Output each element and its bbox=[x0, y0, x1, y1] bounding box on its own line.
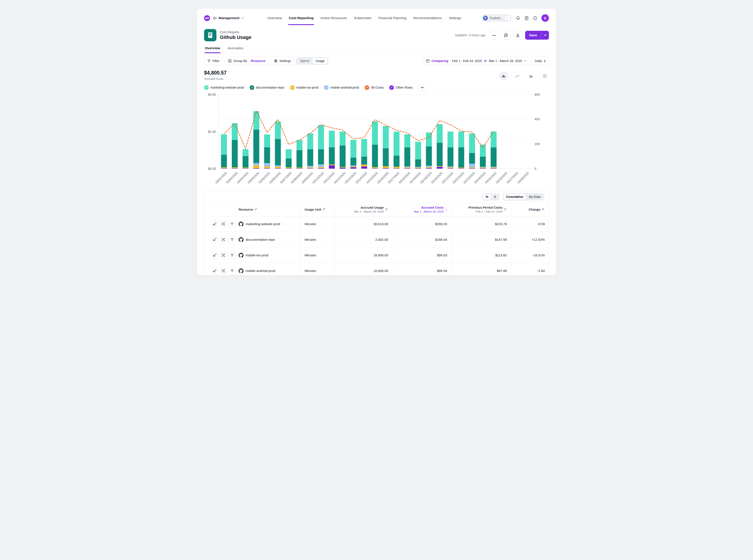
svg-text:03/13/2025: 03/13/2025 bbox=[344, 172, 357, 184]
spend-option[interactable]: Spend bbox=[297, 58, 312, 64]
focus-resource-button[interactable] bbox=[220, 267, 227, 274]
bar-03/05/2025-4[interactable] bbox=[264, 134, 270, 168]
sort-icon[interactable] bbox=[504, 208, 507, 211]
legend-item-mobile-andriod-prod[interactable]: mobile-andriod-prod bbox=[324, 85, 359, 90]
nav-item-settings[interactable]: Settings bbox=[449, 14, 461, 22]
column-label[interactable]: Accrued Costs bbox=[421, 206, 443, 209]
bar-03/15/2025-14[interactable] bbox=[372, 121, 378, 168]
focus-resource-button[interactable] bbox=[220, 220, 227, 227]
usage-option[interactable]: Usage bbox=[312, 58, 328, 64]
settings-button[interactable]: Settings bbox=[271, 57, 294, 65]
workspace-switcher[interactable]: Management bbox=[213, 16, 244, 20]
vantage-logo[interactable] bbox=[204, 15, 210, 21]
pie-chart-button[interactable] bbox=[540, 72, 549, 80]
sort-desc-arrow[interactable]: ↓ bbox=[445, 207, 447, 212]
notifications-button[interactable] bbox=[516, 16, 520, 20]
add-to-chart-button[interactable] bbox=[211, 267, 218, 274]
legend-item-mobile-ios-prod[interactable]: mobile-ios-prod bbox=[290, 85, 318, 90]
bar-03/23/2025-23[interactable] bbox=[469, 134, 475, 168]
bar-03/01/2025-0[interactable] bbox=[221, 134, 227, 168]
legend-label: Other Rows bbox=[396, 86, 413, 89]
column-header-previous-period-costs[interactable]: Previous Period CostsFeb 1 - Feb 22, 202… bbox=[451, 203, 511, 216]
focus-resource-button[interactable] bbox=[220, 252, 227, 259]
add-to-chart-button[interactable] bbox=[211, 220, 218, 227]
column-header-accrued-costs[interactable]: Accrued CostsMar 1 - March 28, 2025↓ bbox=[392, 203, 451, 216]
more-options-button[interactable]: ••• bbox=[490, 31, 499, 40]
nav-item-active-resources[interactable]: Active Resources bbox=[320, 14, 347, 22]
tab-overview[interactable]: Overview bbox=[204, 45, 221, 53]
bar-03/20/2025-20[interactable] bbox=[437, 124, 443, 168]
bar-03/24/2025-24[interactable] bbox=[480, 145, 486, 169]
by-date-option[interactable]: By Date bbox=[526, 194, 543, 200]
add-comment-button[interactable] bbox=[501, 31, 511, 40]
bar-03/04/2025-3[interactable] bbox=[253, 111, 259, 168]
column-label[interactable]: Accrued Usage bbox=[360, 206, 384, 209]
column-header-accrued-usage[interactable]: Accrued UsageMar 1 - March 28, 2025 bbox=[335, 203, 392, 216]
nav-item-cost-reporting[interactable]: Cost Reporting bbox=[289, 14, 313, 22]
app-card: Management OverviewCost ReportingActive … bbox=[197, 9, 556, 275]
group-by-button[interactable]: Group By Resource bbox=[225, 57, 268, 65]
legend-item-documentation-repo[interactable]: documentation-repo bbox=[250, 85, 284, 90]
column-label[interactable]: Change bbox=[529, 208, 540, 211]
percent-option[interactable]: % bbox=[483, 194, 491, 200]
column-header-change[interactable]: Change bbox=[511, 203, 549, 216]
nav-item-recommendations[interactable]: Recommendations bbox=[413, 14, 442, 22]
filter-button[interactable]: Filter bbox=[204, 57, 222, 65]
bar-03/02/2025-1[interactable] bbox=[232, 123, 238, 168]
bar-03/08/2025-7[interactable] bbox=[296, 140, 302, 168]
column-header-resource[interactable]: Resource bbox=[235, 203, 301, 216]
bar-03/21/2025-21[interactable] bbox=[448, 132, 454, 169]
add-to-chart-button[interactable] bbox=[211, 252, 218, 259]
column-header-usage-unit[interactable]: Usage Unit bbox=[301, 203, 335, 216]
column-label[interactable]: Usage Unit bbox=[304, 208, 321, 211]
tab-anomalies[interactable]: Anomalies bbox=[227, 45, 244, 53]
bar-03/16/2025-15[interactable] bbox=[383, 126, 389, 168]
bar-03/10/2025-9[interactable] bbox=[318, 125, 324, 168]
nav-item-financial-planning[interactable]: Financial Planning bbox=[378, 14, 407, 22]
bar-03/12/2025-11[interactable] bbox=[340, 132, 345, 169]
bar-03/14/2025-13[interactable] bbox=[361, 139, 367, 168]
bar-03/13/2025-12[interactable] bbox=[351, 140, 356, 168]
legend-item-marketing-website-prod[interactable]: marketing-website-prod bbox=[204, 85, 244, 90]
granularity-select[interactable]: Daily bbox=[532, 57, 549, 65]
bar-03/19/2025-18[interactable] bbox=[415, 142, 421, 168]
bar-03/03/2025-2[interactable] bbox=[242, 149, 249, 168]
docs-button[interactable] bbox=[524, 16, 529, 20]
nav-item-overview[interactable]: Overview bbox=[267, 14, 282, 22]
sort-icon[interactable] bbox=[255, 208, 258, 211]
bar-chart-button[interactable] bbox=[499, 72, 508, 80]
legend-item-all-costs[interactable]: All Costs bbox=[364, 85, 383, 90]
save-button[interactable]: Save bbox=[525, 31, 541, 40]
legend-item-other-rows[interactable]: Other Rows bbox=[389, 85, 413, 90]
save-dropdown-button[interactable] bbox=[541, 31, 549, 40]
area-chart-button[interactable] bbox=[527, 72, 535, 80]
column-label[interactable]: Previous Period Costs bbox=[469, 206, 502, 209]
bar-03/17/2025-16[interactable] bbox=[394, 132, 400, 169]
sort-icon[interactable] bbox=[385, 208, 388, 211]
bar-03/18/2025-17[interactable] bbox=[404, 134, 410, 168]
bar-03/25/2025-25[interactable] bbox=[491, 132, 497, 169]
table-row-documentation-repo: documentation-repoMinutes2,002.00$166.04… bbox=[204, 232, 549, 247]
bar-03/09/2025-8[interactable] bbox=[307, 134, 313, 168]
cost-report-icon bbox=[204, 29, 216, 41]
column-label[interactable]: Resource bbox=[239, 208, 253, 211]
nav-item-kubernetes[interactable]: Kubernetes bbox=[354, 14, 372, 22]
dollar-option[interactable]: $ bbox=[491, 194, 499, 200]
avatar[interactable]: E bbox=[541, 14, 549, 22]
download-button[interactable] bbox=[513, 31, 522, 40]
focus-resource-button[interactable] bbox=[220, 236, 227, 243]
line-chart-button[interactable] bbox=[513, 72, 522, 80]
svg-text:03/21/2025: 03/21/2025 bbox=[441, 172, 454, 184]
comparing-date-range[interactable]: Comparing Feb 1 - Feb 24, 2025 Mar 1 - M… bbox=[423, 57, 530, 65]
sort-icon[interactable] bbox=[323, 208, 326, 211]
help-button[interactable]: ? bbox=[533, 16, 537, 20]
bar-03/06/2025-5[interactable] bbox=[275, 121, 281, 168]
cumulative-option[interactable]: Cumulative bbox=[503, 194, 526, 200]
bar-03/22/2025-22[interactable] bbox=[458, 132, 464, 169]
add-to-chart-button[interactable] bbox=[211, 236, 218, 243]
bar-03/07/2025-6[interactable] bbox=[286, 149, 292, 168]
bar-03/11/2025-10[interactable] bbox=[329, 131, 335, 168]
sort-icon[interactable] bbox=[542, 208, 545, 211]
explore-search[interactable]: Explore... / bbox=[481, 14, 512, 22]
legend-expand-button[interactable] bbox=[418, 84, 427, 91]
